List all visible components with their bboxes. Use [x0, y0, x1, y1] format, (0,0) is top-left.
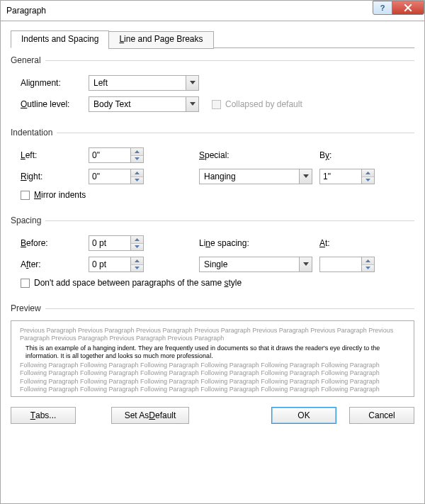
spin-down-icon[interactable] [131, 156, 143, 163]
right-spinner[interactable] [89, 169, 144, 184]
ok-button[interactable]: OK [271, 407, 336, 424]
preview-box: Previous Paragraph Previous Paragraph Pr… [11, 320, 414, 397]
indentation-legend: Indentation [11, 128, 57, 138]
right-input[interactable] [89, 172, 128, 181]
spin-up-icon[interactable] [131, 236, 143, 244]
no-space-checkbox[interactable]: Don't add space between paragraphs of th… [21, 278, 242, 288]
before-spinner[interactable] [89, 235, 144, 251]
left-spinner[interactable] [89, 147, 144, 163]
after-label: After: [21, 259, 89, 269]
spin-up-icon[interactable] [362, 257, 374, 265]
line-spacing-combo[interactable]: Single [199, 257, 312, 272]
special-label: Special: [199, 150, 277, 160]
outline-value: Body Text [94, 99, 130, 109]
close-button[interactable] [392, 1, 424, 15]
outline-combo[interactable]: Body Text [89, 96, 199, 112]
spin-up-icon[interactable] [131, 257, 143, 265]
dialog-title: Paragraph [6, 6, 46, 16]
spin-down-icon[interactable] [131, 265, 143, 272]
alignment-combo[interactable]: Left [89, 75, 199, 91]
left-input[interactable] [89, 150, 128, 160]
spin-down-icon[interactable] [362, 265, 374, 272]
right-label: Right: [21, 172, 89, 181]
line-spacing-value: Single [204, 259, 227, 269]
outline-label: Outline level: [21, 99, 89, 109]
before-label: Before: [21, 238, 89, 248]
left-label: Left: [21, 150, 89, 160]
spin-up-icon[interactable] [362, 169, 374, 177]
preview-group: Preview Previous Paragraph Previous Para… [11, 303, 414, 397]
preview-sample-text: This is an example of a hanging indent. … [26, 345, 405, 361]
at-input[interactable] [320, 259, 358, 269]
titlebar[interactable]: Paragraph ? [0, 0, 425, 21]
spin-down-icon[interactable] [131, 244, 143, 251]
by-spinner[interactable] [319, 169, 375, 184]
dropdown-arrow-icon [186, 97, 198, 111]
spin-up-icon[interactable] [131, 148, 143, 156]
at-spinner[interactable] [319, 257, 375, 272]
cancel-button[interactable]: Cancel [349, 407, 414, 424]
tab-line-page-breaks[interactable]: LLine and Page Breaksine and Page Breaks [108, 31, 213, 49]
tab-indents-spacing[interactable]: Indents and Spacing [11, 30, 109, 48]
spin-down-icon[interactable] [131, 177, 143, 184]
spacing-group: Spacing Before: Line spacing: At: After:… [11, 215, 414, 293]
after-spinner[interactable] [89, 257, 144, 272]
help-button[interactable]: ? [373, 1, 392, 15]
preview-legend: Preview [11, 303, 45, 313]
spacing-legend: Spacing [11, 215, 45, 225]
set-default-button[interactable]: Set As Default [111, 407, 189, 424]
dropdown-arrow-icon [299, 169, 312, 184]
preview-following-text: Following Paragraph Following Paragraph … [20, 362, 405, 393]
tabstrip: Indents and Spacing LLine and Page Break… [11, 30, 414, 48]
general-legend: General [11, 55, 45, 65]
checkbox-icon [21, 279, 30, 288]
mirror-checkbox[interactable]: Mirror indents [21, 190, 86, 200]
after-input[interactable] [89, 259, 128, 269]
indentation-group: Indentation Left: Special: By: Right: Ha… [11, 128, 414, 206]
general-group: General Alignment: Left Outline level: B… [11, 55, 414, 118]
alignment-value: Left [94, 78, 108, 88]
at-label: At: [319, 238, 362, 248]
tabs-button[interactable]: Tabs... [11, 407, 76, 424]
dropdown-arrow-icon [299, 257, 312, 271]
dropdown-arrow-icon [186, 76, 198, 90]
button-row: Tabs... Set As Default OK Cancel [11, 407, 414, 424]
special-value: Hanging [204, 172, 236, 181]
line-spacing-label: Line spacing: [199, 238, 277, 248]
before-input[interactable] [89, 238, 128, 248]
checkbox-icon [212, 100, 221, 109]
spin-down-icon[interactable] [362, 177, 374, 184]
client-area: Indents and Spacing LLine and Page Break… [0, 21, 425, 504]
alignment-label: Alignment: [21, 78, 89, 88]
close-icon [404, 4, 412, 12]
spin-up-icon[interactable] [131, 169, 143, 177]
by-input[interactable] [320, 172, 358, 181]
by-label: By: [319, 150, 362, 160]
checkbox-icon [21, 191, 30, 200]
collapsed-checkbox: Collapsed by default [212, 99, 302, 109]
preview-previous-text: Previous Paragraph Previous Paragraph Pr… [20, 327, 405, 343]
special-combo[interactable]: Hanging [199, 169, 312, 184]
